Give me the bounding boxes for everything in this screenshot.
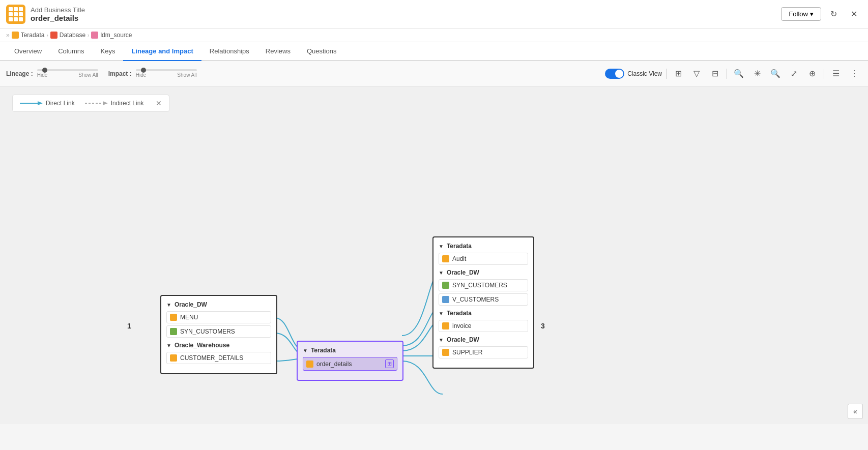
table-icon-3	[306, 361, 313, 368]
tab-relationships[interactable]: Relationships	[201, 42, 257, 61]
collapse-icon-6[interactable]: ▼	[439, 311, 444, 316]
node3-invoice-label: invoice	[452, 322, 471, 329]
breadcrumb-teradata[interactable]: Teradata	[12, 32, 45, 39]
node1-oracle-warehouse-header: ▼ Oracle_Warehouse	[166, 342, 271, 349]
node1-menu-label: MENU	[180, 314, 198, 321]
more-options-button[interactable]: ⋮	[847, 66, 862, 81]
collapse-icon-5[interactable]: ▼	[439, 270, 444, 276]
node3-syn-customers-item[interactable]: SYN_CUSTOMERS	[439, 279, 528, 291]
toggle-knob	[615, 70, 623, 78]
fullscreen-button[interactable]: ⤢	[786, 66, 801, 81]
follow-button[interactable]: Follow ▾	[781, 7, 821, 21]
collapse-icon-7[interactable]: ▼	[439, 337, 444, 343]
classic-view-label: Classic View	[627, 70, 662, 77]
legend-close-button[interactable]: ✕	[156, 99, 162, 107]
impact-slider-group: Impact : Hide Show All	[108, 69, 197, 78]
syn-icon-2	[442, 282, 449, 289]
lineage-slider-thumb[interactable]	[42, 68, 47, 73]
node3-supplier-label: SUPPLIER	[452, 349, 482, 356]
node2-order-details-label: order_details	[316, 361, 352, 368]
node1-menu-item[interactable]: MENU	[166, 311, 271, 323]
add-business-title[interactable]: Add Business Title	[31, 6, 85, 14]
page-title: order_details	[31, 14, 85, 22]
impact-show-all: Show All	[177, 72, 196, 78]
node1-customer-details-label: CUSTOMER_DETAILS	[180, 354, 243, 362]
lineage-label: Lineage :	[6, 70, 33, 77]
refresh-button[interactable]: ↻	[825, 6, 842, 22]
expand-icon[interactable]: ⊞	[385, 359, 394, 368]
tab-reviews[interactable]: Reviews	[257, 42, 299, 61]
lineage-hide: Hide	[37, 72, 48, 78]
node3-invoice-item[interactable]: invoice	[439, 320, 528, 332]
tab-lineage-impact[interactable]: Lineage and Impact	[123, 42, 201, 61]
node3-oracle-dw2-header: ▼ Oracle_DW	[439, 336, 528, 343]
classic-view-toggle[interactable]: Classic View	[605, 69, 662, 79]
lineage-show-all: Show All	[78, 72, 98, 78]
node3-audit-item[interactable]: Audit	[439, 253, 528, 265]
breadcrumb-database[interactable]: Database	[50, 32, 85, 39]
follow-label: Follow	[789, 10, 808, 18]
breadcrumb: » Teradata › Database › ldm_source	[0, 28, 868, 42]
toggle-switch[interactable]	[605, 69, 624, 79]
node3-supplier-item[interactable]: SUPPLIER	[439, 346, 528, 358]
invoice-icon	[442, 322, 449, 329]
close-button[interactable]: ✕	[846, 6, 862, 22]
collapse-icon-4[interactable]: ▼	[439, 244, 444, 249]
node3-teradata1-label: Teradata	[447, 243, 472, 250]
collapse-icon-1[interactable]: ▼	[166, 302, 171, 308]
impact-slider-thumb[interactable]	[141, 68, 146, 73]
export-button[interactable]: ⊞	[671, 66, 686, 81]
lineage-slider[interactable]	[37, 69, 98, 71]
direct-link-legend: Direct Link	[20, 100, 75, 107]
teradata-icon	[12, 32, 19, 39]
breadcrumb-sep-1: ›	[46, 33, 48, 38]
breadcrumb-sep-2: ›	[88, 33, 89, 38]
center-button[interactable]: ⊕	[804, 66, 820, 81]
table-view-button[interactable]: ☰	[828, 66, 844, 81]
node3-syn-label: SYN_CUSTOMERS	[452, 282, 507, 289]
node3-teradata1-header: ▼ Teradata	[439, 243, 528, 250]
syn-icon	[170, 328, 177, 335]
node1-syn-label: SYN_CUSTOMERS	[180, 328, 235, 335]
node1-syn-customers-item[interactable]: SYN_CUSTOMERS	[166, 325, 271, 338]
node1-oracle-dw-label: Oracle_DW	[175, 301, 207, 308]
indirect-link-legend: Indirect Link	[85, 100, 144, 107]
node2-order-details-item[interactable]: order_details ⊞	[303, 357, 397, 371]
node3-number: 3	[541, 322, 545, 330]
impact-slider[interactable]	[136, 69, 197, 71]
tab-overview[interactable]: Overview	[6, 42, 50, 61]
svg-marker-3	[103, 101, 108, 105]
header-left: Add Business Title order_details	[6, 5, 85, 24]
zoom-out-button[interactable]: 🔍	[768, 66, 783, 81]
tab-questions[interactable]: Questions	[299, 42, 345, 61]
direct-link-arrow	[20, 100, 43, 106]
node3-v-customers-item[interactable]: V_CUSTOMERS	[439, 293, 528, 306]
breadcrumb-ldm[interactable]: ldm_source	[91, 32, 132, 39]
tab-columns[interactable]: Columns	[50, 42, 92, 61]
tab-keys[interactable]: Keys	[92, 42, 123, 61]
view-options-button[interactable]: ⊟	[707, 66, 722, 81]
collapse-icon-3[interactable]: ▼	[303, 348, 308, 353]
node3-section-teradata-2: ▼ Teradata invoice	[439, 310, 528, 332]
node2-teradata-label: Teradata	[311, 347, 336, 354]
zoom-in-button[interactable]: 🔍	[731, 66, 746, 81]
filter-button[interactable]: ▽	[689, 66, 704, 81]
node1-customer-details-item[interactable]: CUSTOMER_DETAILS	[166, 352, 271, 364]
node3-oracle-dw-label: Oracle_DW	[447, 269, 479, 276]
supplier-icon	[442, 349, 449, 356]
node1-section-oracle-dw: ▼ Oracle_DW MENU SYN_CUSTOMERS	[166, 301, 271, 338]
breadcrumb-arrows: »	[6, 32, 10, 39]
canvas: Direct Link Indirect Link ✕	[0, 86, 868, 424]
collapse-panel-button[interactable]: «	[848, 404, 863, 419]
header-titles: Add Business Title order_details	[31, 6, 85, 22]
view-icon	[442, 296, 449, 303]
separator-1	[666, 69, 667, 79]
table-icon	[170, 314, 177, 321]
node-1: ▼ Oracle_DW MENU SYN_CUSTOMERS ▼ Oracle_…	[160, 295, 277, 374]
collapse-icon-2[interactable]: ▼	[166, 343, 171, 348]
node1-oracle-dw-header: ▼ Oracle_DW	[166, 301, 271, 308]
node-3: ▼ Teradata Audit ▼ Oracle_DW SYN_CUSTOME…	[432, 236, 534, 369]
node-2: ▼ Teradata order_details ⊞	[297, 341, 403, 381]
table-icon-2	[170, 354, 177, 362]
expand-button[interactable]: ✳	[749, 66, 765, 81]
